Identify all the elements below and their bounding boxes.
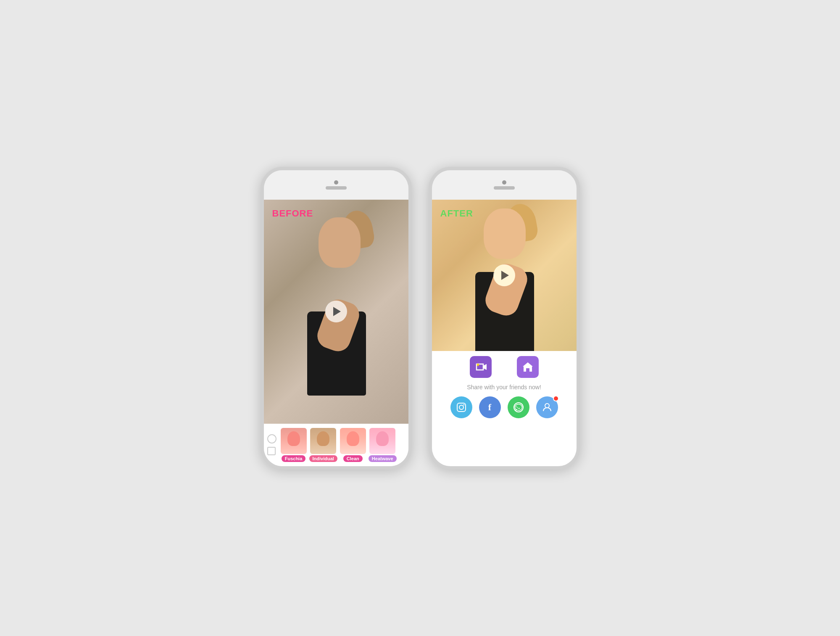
home-button[interactable] bbox=[517, 356, 539, 378]
filter-thumb-heatwave bbox=[369, 428, 395, 454]
notification-badge bbox=[553, 396, 559, 401]
camera-before bbox=[334, 180, 338, 185]
before-image-area: BEFORE bbox=[264, 200, 408, 424]
face-thumb-heatwave bbox=[369, 428, 395, 454]
phones-container: BEFORE Fuschia bbox=[261, 167, 580, 470]
facebook-button[interactable]: f bbox=[479, 396, 501, 418]
face-after bbox=[484, 208, 526, 259]
filter-heatwave[interactable]: Heatwave bbox=[369, 428, 397, 462]
face-thumb-clean bbox=[340, 428, 366, 454]
svg-point-6 bbox=[463, 404, 464, 405]
filter-label-fuschia: Fuschia bbox=[282, 455, 306, 462]
person-icon bbox=[542, 402, 553, 413]
home-icon bbox=[522, 362, 534, 372]
filter-label-individual: Individual bbox=[309, 455, 337, 462]
filter-fuschia[interactable]: Fuschia bbox=[281, 428, 307, 462]
filter-clean[interactable]: Clean bbox=[340, 428, 366, 462]
play-triangle-before bbox=[333, 307, 341, 316]
whatsapp-button[interactable] bbox=[508, 396, 529, 418]
svg-point-5 bbox=[459, 405, 463, 409]
filter-checks bbox=[267, 434, 276, 455]
whatsapp-icon bbox=[513, 402, 524, 413]
after-label: AFTER bbox=[440, 208, 473, 219]
speaker-after bbox=[494, 186, 515, 190]
profile-button[interactable] bbox=[536, 396, 558, 418]
check-square[interactable] bbox=[267, 447, 276, 455]
before-label: BEFORE bbox=[272, 208, 313, 219]
phone-notch-after bbox=[432, 170, 577, 200]
face-decoration bbox=[319, 217, 361, 268]
filter-strip: Fuschia Individual Clean bbox=[264, 424, 408, 466]
social-row: f bbox=[450, 396, 558, 418]
instagram-icon bbox=[456, 402, 466, 412]
camera-after bbox=[502, 180, 506, 185]
filter-label-clean: Clean bbox=[343, 455, 363, 462]
filter-thumb-fuschia bbox=[281, 428, 307, 454]
instagram-button[interactable] bbox=[450, 396, 472, 418]
play-button-after[interactable] bbox=[493, 264, 515, 286]
video-star-button[interactable] bbox=[470, 356, 492, 378]
face-thumb-individual bbox=[310, 428, 336, 454]
play-triangle-after bbox=[501, 271, 509, 280]
phone-notch-before bbox=[264, 170, 408, 200]
filter-thumb-clean bbox=[340, 428, 366, 454]
side-buttons-before bbox=[261, 212, 261, 243]
after-content: AFTER bbox=[432, 200, 577, 466]
speaker-before bbox=[326, 186, 347, 190]
before-content: BEFORE Fuschia bbox=[264, 200, 408, 466]
facebook-icon: f bbox=[488, 402, 491, 413]
before-phone: BEFORE Fuschia bbox=[261, 167, 412, 470]
after-phone: AFTER bbox=[429, 167, 580, 470]
svg-point-8 bbox=[545, 404, 549, 408]
after-image-area: AFTER bbox=[432, 200, 577, 351]
filter-individual[interactable]: Individual bbox=[309, 428, 337, 462]
svg-marker-3 bbox=[523, 362, 533, 372]
share-text: Share with your friends now! bbox=[467, 384, 541, 391]
action-icons-row bbox=[440, 356, 568, 378]
video-star-icon bbox=[475, 362, 487, 372]
check-circle[interactable] bbox=[267, 434, 276, 443]
after-bottom: Share with your friends now! f bbox=[432, 351, 577, 423]
filter-label-heatwave: Heatwave bbox=[369, 455, 397, 462]
play-button-before[interactable] bbox=[325, 301, 347, 322]
face-thumb-fuschia bbox=[281, 428, 307, 454]
filter-thumb-individual bbox=[310, 428, 336, 454]
